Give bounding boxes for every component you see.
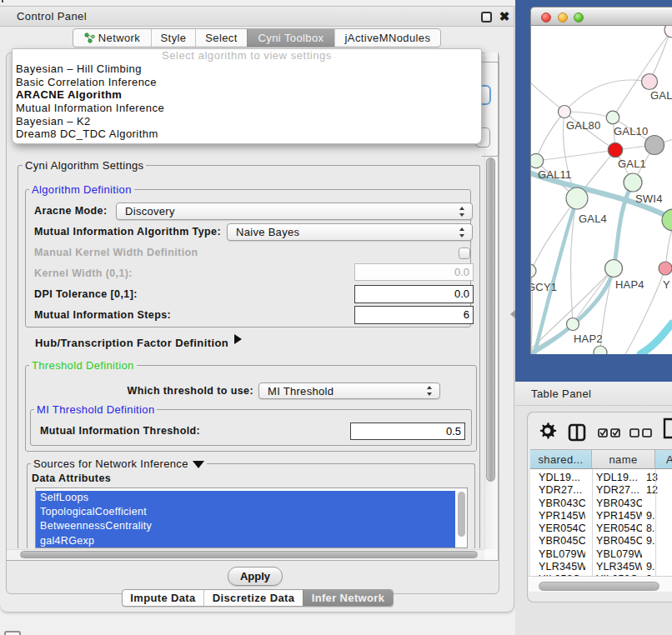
settings-hscrollbar-thumb[interactable]: [20, 551, 478, 558]
kernel-width-label: Kernel Width (0,1):: [34, 268, 133, 279]
attributes-list-scrollbar-thumb[interactable]: [458, 492, 465, 537]
tab-select[interactable]: Select: [195, 29, 247, 47]
table-cell: YBR043C: [585, 498, 642, 510]
mac-minimize-button[interactable]: [558, 12, 568, 22]
network-node-label: Y: [663, 278, 670, 291]
tab-cyni-toolbox[interactable]: Cyni Toolbox: [247, 29, 334, 47]
algorithm-option[interactable]: Mutual Information Inference: [13, 102, 481, 115]
network-node[interactable]: [645, 136, 664, 155]
columns-icon[interactable]: [568, 423, 586, 442]
mac-close-button[interactable]: [541, 12, 551, 22]
table-column-header[interactable]: name: [592, 449, 655, 469]
network-node-swi4[interactable]: [624, 173, 642, 192]
icon-shape: [664, 419, 672, 438]
table-row[interactable]: YPR145WYPR145W9.: [530, 510, 672, 522]
float-window-icon[interactable]: [481, 12, 492, 22]
attribute-list-item[interactable]: BetweennessCentrality: [36, 519, 455, 533]
table-cell: YER054C: [585, 522, 642, 535]
control-panel-title: Control Panel: [17, 7, 87, 27]
select-all-checkboxes-icon[interactable]: [598, 428, 621, 438]
network-node-gal80[interactable]: [559, 106, 571, 118]
tab-label: Network: [98, 32, 140, 44]
table-row[interactable]: YBL079WYBL079W: [530, 548, 672, 561]
deselect-all-checkboxes-icon[interactable]: [629, 428, 653, 438]
data-attributes-list[interactable]: SelfLoopsTopologicalCoefficientBetweenne…: [35, 488, 468, 548]
table-column-header[interactable]: shared...: [530, 449, 592, 469]
network-node-gal11[interactable]: [531, 153, 544, 168]
network-node-gal10[interactable]: [606, 111, 619, 124]
algorithm-dropdown-popup: Select algorithm to view settings Bayesi…: [12, 48, 482, 144]
table-row[interactable]: YBR043CYBR043C: [530, 498, 672, 510]
tab-jactivemnodules[interactable]: jActiveMNodules: [334, 29, 440, 47]
table-cell: 13: [642, 472, 672, 484]
network-graph: GALGAL80GAL10GAL1GAL11SWI4GAL4HAP4YGCY1H…: [531, 26, 672, 354]
table-cell: YBR045C: [585, 535, 642, 548]
mac-zoom-button[interactable]: [574, 12, 584, 22]
algorithm-option[interactable]: Bayesian – Hill Climbing: [13, 62, 481, 76]
mi-steps-field[interactable]: 6: [354, 306, 474, 324]
hub-expand-arrow-icon[interactable]: [234, 334, 242, 344]
network-node-gcy1[interactable]: [531, 264, 536, 278]
table-cell: YDR27...: [585, 484, 642, 497]
algorithm-option[interactable]: Bayesian – K2: [13, 115, 481, 128]
network-canvas[interactable]: GALGAL80GAL10GAL1GAL11SWI4GAL4HAP4YGCY1H…: [530, 26, 672, 354]
dpi-tolerance-field[interactable]: 0.0: [354, 285, 474, 303]
which-threshold-combobox[interactable]: MI Threshold: [258, 382, 440, 399]
table-cell: YPR145W: [530, 510, 585, 522]
docked-panel-icon[interactable]: [4, 631, 21, 635]
network-node-label: GAL10: [614, 125, 648, 138]
which-threshold-value: MI Threshold: [268, 383, 333, 398]
table-row[interactable]: YER054CYER054C8.: [530, 522, 672, 535]
scrollpane-border-bottom: [6, 560, 499, 561]
document-icon[interactable]: [663, 418, 672, 439]
algorithm-option[interactable]: Basic Correlation Inference: [13, 76, 481, 89]
bottom-tab-infer-network[interactable]: Infer Network: [303, 590, 393, 606]
table-row[interactable]: YBR045CYBR045C9.: [530, 535, 672, 548]
gear-icon[interactable]: [539, 422, 557, 439]
network-node-hap2[interactable]: [567, 318, 579, 331]
kernel-width-field[interactable]: 0.0: [354, 263, 474, 281]
arrow-down-icon: [459, 234, 464, 238]
table-hscrollbar-thumb[interactable]: [539, 582, 659, 591]
icon-shape: [544, 428, 550, 433]
sources-group-title: Sources for Network Inference: [31, 458, 207, 471]
table-panel-header[interactable]: Table Panel: [515, 382, 672, 406]
table-hscrollbar-track[interactable]: [529, 576, 672, 592]
application-root: Control Panel ✖ NetworkStyleSelectCyni T…: [0, 0, 672, 635]
network-node-y[interactable]: [659, 262, 672, 275]
table-row[interactable]: YDL19...YDL19...13: [530, 472, 672, 484]
network-node[interactable]: [664, 26, 672, 38]
attribute-list-item[interactable]: gal4RGexp: [36, 534, 455, 548]
algorithm-definition-title: Algorithm Definition: [29, 183, 134, 197]
aracne-mode-combobox[interactable]: Discovery: [116, 202, 473, 220]
table-row[interactable]: YDR27...YDR27...12: [530, 484, 672, 497]
mi-threshold-definition-title: MI Threshold Definition: [34, 403, 157, 417]
sources-collapse-arrow-icon[interactable]: [193, 461, 204, 468]
bottom-tab-discretize-data[interactable]: Discretize Data: [203, 590, 303, 606]
network-node-gal4[interactable]: [566, 188, 588, 209]
icon-shape: [630, 429, 639, 437]
apply-button[interactable]: Apply: [228, 567, 283, 586]
network-node-gal[interactable]: [642, 74, 658, 90]
attribute-list-item[interactable]: TopologicalCoefficient: [36, 505, 455, 519]
control-panel-titlebar[interactable]: Control Panel ✖: [0, 7, 514, 27]
mi-threshold-field[interactable]: 0.5: [350, 422, 465, 440]
tab-network[interactable]: Network: [73, 29, 151, 47]
bottom-tab-impute-data[interactable]: Impute Data: [123, 590, 203, 606]
network-node-gal1[interactable]: [608, 142, 622, 157]
mi-algorithm-type-combobox[interactable]: Naive Bayes: [227, 223, 473, 241]
table-row[interactable]: YLR345WYLR345W9.: [530, 561, 672, 573]
network-window-titlebar[interactable]: [530, 7, 672, 26]
tab-style[interactable]: Style: [151, 29, 195, 47]
split-pane-collapse-arrow[interactable]: [510, 310, 515, 318]
algorithm-option[interactable]: Dream8 DC_TDC Algorithm: [13, 128, 481, 141]
table-column-header[interactable]: A: [655, 449, 672, 469]
network-edge: [536, 150, 615, 161]
network-node[interactable]: [594, 346, 607, 354]
attribute-list-item[interactable]: SelfLoops: [36, 491, 455, 505]
close-icon[interactable]: ✖: [497, 9, 512, 24]
network-node-hap4[interactable]: [605, 260, 623, 278]
settings-vscrollbar-thumb[interactable]: [486, 158, 495, 482]
algorithm-option[interactable]: ARACNE Algorithm: [13, 88, 481, 102]
manual-kernel-width-checkbox[interactable]: [459, 248, 470, 259]
